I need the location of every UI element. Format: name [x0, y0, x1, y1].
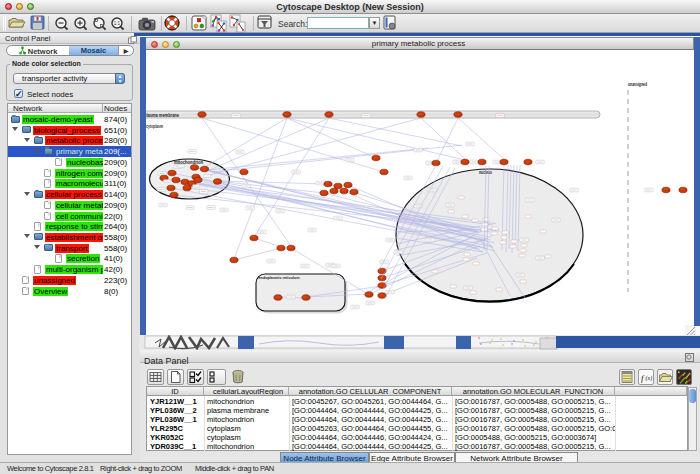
- svg-text:plasma membrane: plasma membrane: [144, 113, 179, 118]
- svg-text:mitochondrion: mitochondrion: [174, 160, 203, 165]
- svg-text:cytoplasm: cytoplasm: [146, 124, 163, 129]
- svg-text:1:1: 1:1: [114, 21, 121, 26]
- svg-text:unassigned: unassigned: [628, 82, 647, 87]
- svg-text:(x): (x): [646, 375, 653, 382]
- svg-text:endoplasmic reticulum: endoplasmic reticulum: [259, 275, 300, 280]
